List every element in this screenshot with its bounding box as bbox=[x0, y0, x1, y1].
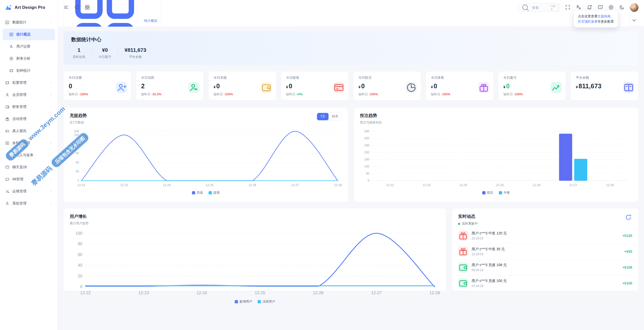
delta-value: -33.3% bbox=[151, 93, 162, 96]
legend-提现[interactable]: 提现 bbox=[209, 191, 220, 195]
stat-card-今日注册: 今日注册0较昨日 -100% bbox=[64, 71, 131, 100]
sidebar-item-label: 运维管理 bbox=[12, 189, 46, 194]
svg-text:12-27: 12-27 bbox=[371, 291, 382, 295]
sidebar-item-真人视讯[interactable]: 真人视讯 bbox=[3, 125, 55, 137]
controller-icon bbox=[5, 129, 10, 133]
svg-text:12-24: 12-24 bbox=[196, 291, 207, 295]
balance-icon bbox=[623, 82, 634, 93]
svg-text:0: 0 bbox=[80, 284, 82, 289]
stat-card-title: 平台余额 bbox=[576, 75, 633, 80]
activity-text: 用户 c***3 充值 108 元05:00:23 bbox=[471, 263, 619, 272]
activity-refresh-button[interactable] bbox=[625, 214, 632, 221]
stat-card-title: 今日派奖 bbox=[431, 75, 488, 80]
activity-item-title: 用户 c***3 中奖 120 元 bbox=[471, 231, 619, 236]
sidebar-item-彩种统计[interactable]: 彩种统计 bbox=[3, 65, 55, 76]
logo[interactable]: Art Design Pro bbox=[0, 0, 58, 15]
refresh-button[interactable] bbox=[74, 5, 79, 10]
chevron-down-icon bbox=[49, 190, 53, 193]
menu-collapse-button[interactable] bbox=[63, 5, 69, 10]
sidebar: Art Design Pro 数据统计统计概况用户运营财务分析彩种统计彩票管理会… bbox=[0, 0, 58, 330]
fullscreen-button[interactable] bbox=[565, 5, 571, 10]
search-box[interactable]: Ctrl k bbox=[518, 3, 560, 12]
hero-banner: 数据统计中心 1 实时在线 ¥0 今日盈亏 ¥811,673 平台余额 bbox=[64, 31, 638, 65]
chart-title: 用户增长 bbox=[70, 214, 89, 219]
activity-item-time: 22:19:03 bbox=[471, 253, 621, 256]
delta-value: -100% bbox=[514, 93, 523, 96]
delta-value: -100% bbox=[369, 93, 378, 96]
sidebar-item-用户运营[interactable]: 用户运营 bbox=[3, 41, 55, 52]
sidebar-item-财务管理[interactable]: 财务管理 bbox=[3, 101, 55, 113]
svg-text:12-25: 12-25 bbox=[496, 183, 504, 187]
avatar[interactable] bbox=[630, 3, 638, 12]
settings-button[interactable] bbox=[608, 5, 614, 10]
theme-style-link[interactable]: 主题风格 bbox=[597, 14, 611, 18]
chart-title-block: 投注趋势投注与派奖对比 bbox=[360, 113, 382, 125]
dark-mode-button[interactable] bbox=[619, 5, 625, 10]
sidebar-item-机器人与发单[interactable]: 机器人与发单 bbox=[3, 149, 55, 161]
topbar-menu-link[interactable]: 开启顶栏菜单 bbox=[578, 20, 597, 23]
sidebar-item-活动管理[interactable]: 活动管理 bbox=[3, 113, 55, 125]
user-active-icon bbox=[188, 82, 199, 93]
tab-label: 统计概况 bbox=[144, 19, 157, 23]
notifications-button[interactable] bbox=[587, 5, 592, 10]
sidebar-item-余额宝管理[interactable]: 余额宝管理 bbox=[3, 137, 55, 149]
legend-新增用户[interactable]: 新增用户 bbox=[235, 300, 252, 304]
chevron-down-icon bbox=[49, 117, 53, 121]
svg-text:150: 150 bbox=[364, 158, 369, 161]
activity-item: 用户 c***3 充值 100 元02:43:29+¥100 bbox=[458, 275, 632, 291]
stat-card-title: 今日活跃 bbox=[141, 75, 198, 80]
sidebar-item-label: 彩种统计 bbox=[16, 68, 53, 73]
sidebar-item-聊天室28[interactable]: 聊天室28 bbox=[3, 161, 55, 173]
chart-legend: 充值提现 bbox=[70, 191, 342, 195]
sidebar-item-彩票管理[interactable]: 彩票管理 bbox=[3, 77, 55, 89]
legend-label: 充值 bbox=[197, 191, 203, 195]
stat-card-value: 0 bbox=[289, 82, 292, 90]
tab-options-button[interactable] bbox=[630, 17, 638, 25]
legend-中奖[interactable]: 中奖 bbox=[499, 191, 510, 195]
svg-text:12-22: 12-22 bbox=[77, 183, 85, 187]
search-input[interactable] bbox=[532, 6, 547, 10]
translate-button[interactable]: 文A bbox=[576, 5, 581, 10]
range-30天-button[interactable]: 30天 bbox=[329, 113, 342, 120]
sidebar-item-label: 财务管理 bbox=[12, 105, 46, 109]
tab-strip: 统计概况 bbox=[58, 15, 644, 27]
svg-text:250: 250 bbox=[364, 144, 369, 147]
chevron-down-icon bbox=[49, 81, 53, 85]
apps-grid-button[interactable] bbox=[85, 5, 90, 10]
svg-text:12-24: 12-24 bbox=[163, 183, 171, 187]
range-7天-button[interactable]: 7天 bbox=[317, 113, 328, 120]
hero-stat-balance: ¥811,673 平台余额 bbox=[118, 47, 153, 59]
main-area: 数据统计 / 统计概况 Ctrl k 文A bbox=[58, 0, 644, 330]
activity-item-amount: +¥35 bbox=[624, 250, 632, 254]
legend-活跃用户[interactable]: 活跃用户 bbox=[258, 300, 275, 304]
chevron-down-icon bbox=[49, 105, 53, 109]
sidebar-item-会员管理[interactable]: 会员管理 bbox=[3, 89, 55, 101]
sidebar-item-运维管理[interactable]: 运维管理 bbox=[3, 186, 55, 197]
stat-card-今日充值: 今日充值¥0较昨日 -100% bbox=[209, 71, 276, 100]
legend-chip-icon bbox=[482, 191, 486, 194]
sidebar-item-label: IM管理 bbox=[12, 177, 46, 182]
stat-card-value: 0 bbox=[69, 82, 72, 90]
sidebar-item-财务分析[interactable]: 财务分析 bbox=[3, 53, 55, 64]
messages-button[interactable] bbox=[597, 5, 603, 10]
activity-title: 实时动态 bbox=[458, 214, 478, 219]
sidebar-item-label: 活动管理 bbox=[12, 117, 46, 121]
sidebar-item-label: 真人视讯 bbox=[12, 129, 53, 133]
svg-text:100: 100 bbox=[74, 133, 79, 137]
logo-icon bbox=[5, 4, 12, 11]
svg-text:40: 40 bbox=[76, 161, 79, 164]
sidebar-item-数据统计[interactable]: 数据统计 bbox=[3, 17, 55, 28]
chart-recharge-trend: 02040608010010812-2212-2312-2412-2512-26… bbox=[70, 128, 342, 188]
wallet-icon bbox=[261, 82, 272, 93]
pie-icon bbox=[406, 82, 417, 93]
svg-text:12-23: 12-23 bbox=[138, 291, 149, 295]
sidebar-item-系统管理[interactable]: 系统管理 bbox=[3, 198, 55, 209]
svg-text:12-23: 12-23 bbox=[423, 183, 430, 187]
legend-投注[interactable]: 投注 bbox=[482, 191, 493, 195]
svg-text:12-22: 12-22 bbox=[386, 183, 394, 187]
sidebar-item-统计概况[interactable]: 统计概况 bbox=[3, 29, 55, 40]
wrench-icon bbox=[5, 189, 10, 194]
activity-item-time: 02:43:29 bbox=[471, 284, 619, 288]
legend-充值[interactable]: 充值 bbox=[192, 191, 203, 195]
sidebar-item-IM管理[interactable]: IM管理 bbox=[3, 174, 55, 185]
